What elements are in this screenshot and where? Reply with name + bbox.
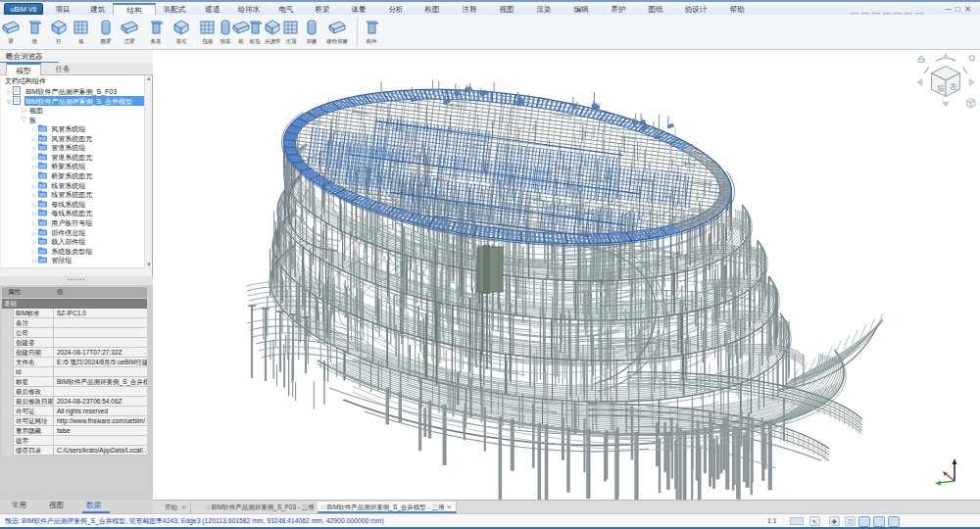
svg-text:左: 左 (950, 82, 957, 91)
svg-text:后: 后 (937, 84, 945, 93)
